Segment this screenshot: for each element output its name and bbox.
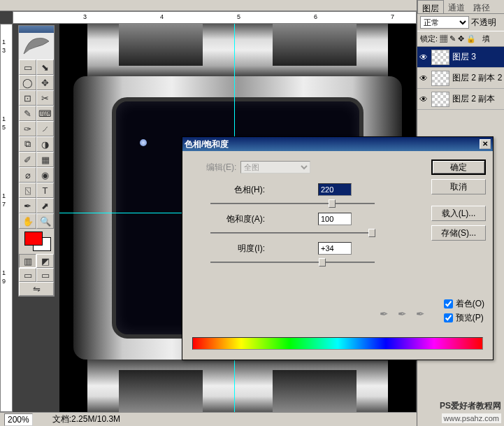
tab-paths[interactable]: 路径 — [469, 0, 494, 13]
lock-move-icon[interactable]: ✥ — [458, 34, 464, 43]
save-button[interactable]: 存储(S)... — [431, 225, 486, 241]
layer-item[interactable]: 👁 图层 2 副本 2 — [417, 68, 504, 89]
app-logo — [19, 33, 54, 59]
dodge-tool[interactable]: ▦ — [36, 152, 54, 167]
doc-size: 2.25M/10.3M — [71, 414, 120, 424]
load-button[interactable]: 载入(L)... — [431, 206, 486, 221]
eyedropper-icon: ✒ — [380, 308, 392, 320]
status-bar: 200% 文档:2.25M/10.3M — [0, 412, 417, 426]
hue-gradient — [192, 337, 483, 350]
lock-label: 锁定: — [420, 34, 438, 43]
move-tool[interactable]: ⬊ — [36, 59, 54, 75]
visibility-icon[interactable]: 👁 — [419, 94, 429, 104]
zoom-tool[interactable]: 🔍 — [36, 213, 54, 229]
visibility-icon[interactable]: 👁 — [419, 52, 429, 62]
layer-thumb[interactable] — [431, 50, 449, 65]
screen-mode-2[interactable]: ▭ — [36, 268, 54, 282]
quickmask-mode[interactable]: ◩ — [36, 254, 54, 268]
saturation-label: 饱和度(A): — [206, 213, 265, 225]
lock-brush-icon[interactable]: ✎ — [449, 34, 456, 43]
panel-tabs: 图层 通道 路径 — [417, 0, 504, 14]
marquee-tool[interactable]: ▭ — [19, 59, 36, 75]
visibility-icon[interactable]: 👁 — [419, 73, 429, 83]
jump-to[interactable]: ⇋ — [19, 282, 54, 296]
eyedropper-add-icon: ✒ — [398, 308, 410, 320]
eraser-tool[interactable]: ⧉ — [19, 136, 36, 152]
lasso-tool[interactable]: ◯ — [19, 75, 36, 90]
layer-name: 图层 3 — [452, 51, 476, 63]
gradient-tool[interactable]: ◑ — [36, 136, 54, 152]
blend-mode-select[interactable]: 正常 — [420, 16, 469, 29]
edit-select: 全图 — [240, 161, 310, 173]
lock-all-icon[interactable]: 🔒 — [466, 34, 476, 43]
saturation-slider[interactable] — [210, 228, 375, 238]
layer-name: 图层 2 副本 — [452, 93, 495, 105]
shape-tool[interactable]: T — [36, 183, 54, 198]
hue-slider[interactable] — [210, 199, 375, 208]
tab-channels[interactable]: 通道 — [444, 0, 469, 13]
dialog-title: 色相/饱和度 — [185, 139, 229, 150]
cancel-button[interactable]: 取消 — [431, 179, 486, 194]
crop-tool[interactable]: ⊡ — [19, 90, 36, 106]
ruler-horizontal: 3 4 5 6 7 — [13, 11, 417, 24]
lightness-input[interactable] — [318, 242, 352, 255]
hue-label: 色相(H): — [206, 184, 265, 196]
ruler-vertical: 1 3 1 5 1 7 1 9 — [0, 24, 13, 412]
fill-label: 填 — [482, 34, 490, 43]
lock-pixels-icon[interactable]: ▦ — [440, 34, 447, 43]
notes-tool[interactable]: ✒ — [19, 198, 36, 213]
stamp-tool[interactable]: ✑ — [19, 121, 36, 136]
dialog-titlebar[interactable]: 色相/饱和度 ✕ — [182, 137, 493, 151]
layer-item[interactable]: 👁 图层 3 — [417, 47, 504, 68]
color-swatches — [19, 229, 54, 254]
colorize-checkbox[interactable]: 着色(O) — [444, 298, 484, 310]
doc-label: 文档: — [52, 414, 71, 424]
saturation-input[interactable] — [318, 213, 352, 225]
heal-tool[interactable]: ✎ — [19, 106, 36, 121]
hand-tool[interactable]: ✋ — [19, 213, 36, 229]
canvas-blue-dot — [140, 139, 147, 146]
history-brush-tool[interactable]: ⟋ — [36, 121, 54, 136]
zoom-level[interactable]: 200% — [4, 413, 33, 426]
slice-tool[interactable]: ✂ — [36, 90, 54, 106]
layers-list: 👁 图层 3 👁 图层 2 副本 2 👁 图层 2 副本 — [417, 47, 504, 110]
toolbox: ▭ ⬊ ◯ ✥ ⊡ ✂ ✎ ⌨ ✑ ⟋ ⧉ ◑ ✐ ▦ ⌀ ◉ ⍂ T ✒ ⬈ … — [18, 25, 55, 297]
opacity-label: 不透明 — [471, 17, 496, 29]
layer-item[interactable]: 👁 图层 2 副本 — [417, 89, 504, 110]
layer-thumb[interactable] — [431, 71, 449, 86]
tab-layers[interactable]: 图层 — [417, 0, 444, 13]
pen-tool[interactable]: ⍂ — [19, 183, 36, 198]
layer-thumb[interactable] — [431, 92, 449, 107]
ok-button[interactable]: 确定 — [431, 159, 486, 175]
eyedropper-sub-icon: ✒ — [416, 308, 429, 320]
lightness-slider[interactable] — [210, 257, 375, 267]
screen-mode-1[interactable]: ▭ — [19, 268, 36, 282]
edit-label: 编辑(E): — [206, 162, 236, 173]
watermark-url: www.psahz.com — [442, 413, 501, 423]
blur-tool[interactable]: ✐ — [19, 152, 36, 167]
brush-tool[interactable]: ⌨ — [36, 106, 54, 121]
standard-mode[interactable]: ▥ — [19, 254, 36, 268]
toolbox-header[interactable] — [19, 26, 54, 33]
eyedroppers: ✒ ✒ ✒ — [380, 308, 429, 320]
hue-saturation-dialog: 色相/饱和度 ✕ 编辑(E): 全图 色相(H): 饱和度(A): — [182, 136, 494, 360]
watermark-text: PS爱好者教程网 — [440, 400, 501, 412]
hue-input[interactable] — [318, 183, 352, 196]
close-icon[interactable]: ✕ — [480, 139, 491, 149]
type-tool[interactable]: ◉ — [36, 167, 54, 183]
foreground-color[interactable] — [24, 232, 43, 246]
preview-checkbox[interactable]: 预览(P) — [444, 312, 484, 324]
layer-name: 图层 2 副本 2 — [452, 72, 502, 84]
lightness-label: 明度(I): — [206, 243, 265, 255]
eyedropper-tool[interactable]: ⬈ — [36, 198, 54, 213]
path-tool[interactable]: ⌀ — [19, 167, 36, 183]
wand-tool[interactable]: ✥ — [36, 75, 54, 90]
